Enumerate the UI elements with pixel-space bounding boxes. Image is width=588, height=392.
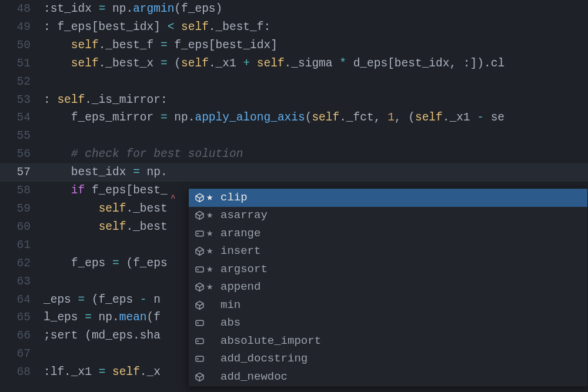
code-content[interactable]: :st_idx = np.argmin(f_eps) [44,0,588,18]
svg-rect-6 [196,339,203,344]
autocomplete-item[interactable]: ★arange [189,225,587,243]
svg-point-9 [197,358,199,360]
line-number: 61 [0,236,44,254]
error-squiggle: ^ [171,189,175,207]
autocomplete-label: clip [218,189,248,207]
code-line[interactable]: 55 [0,127,588,145]
code-line[interactable]: 53: self._is_mirror: [0,91,588,109]
module-icon [192,300,206,310]
module-icon [192,246,206,256]
code-content[interactable]: : self._is_mirror: [44,91,588,109]
autocomplete-item[interactable]: abs [189,314,587,333]
code-line[interactable]: 54 f_eps_mirror = np.apply_along_axis(se… [0,109,588,127]
line-number: 59 [0,200,44,218]
module-icon [192,193,206,203]
svg-rect-2 [196,267,203,272]
line-number: 57 [0,163,44,182]
variable-icon [192,264,206,274]
code-line[interactable]: 48:st_idx = np.argmin(f_eps) [0,0,588,18]
line-number: 52 [0,73,44,91]
line-number: 54 [0,109,44,127]
variable-icon [192,229,206,239]
autocomplete-label: abs [218,314,240,332]
line-number: 55 [0,127,44,145]
star-icon: ★ [206,260,218,279]
autocomplete-item[interactable]: ★append [189,279,587,297]
line-number: 48 [0,0,44,18]
code-content[interactable] [44,127,588,145]
line-number: 51 [0,55,44,73]
code-line[interactable]: 56 # check for best solution [0,145,588,163]
code-editor[interactable]: 48:st_idx = np.argmin(f_eps)49: f_eps[be… [0,0,588,392]
autocomplete-label: append [218,278,260,296]
line-number: 63 [0,273,44,291]
star-icon: ★ [206,242,218,260]
star-icon: ★ [206,278,218,296]
autocomplete-label: argsort [218,260,268,279]
code-content[interactable]: f_eps_mirror = np.apply_along_axis(self.… [44,109,588,127]
line-number: 56 [0,145,44,163]
line-number: 65 [0,309,44,327]
autocomplete-label: insert [218,242,260,260]
svg-point-1 [197,233,199,234]
line-number: 64 [0,291,44,309]
line-number: 58 [0,182,44,200]
line-number: 66 [0,327,44,345]
line-number: 50 [0,36,44,55]
autocomplete-label: absolute_import [218,332,321,350]
code-line[interactable]: 57 best_idx = np. [0,163,588,182]
autocomplete-item[interactable]: ★insert [189,243,587,261]
autocomplete-popup[interactable]: ★clip★asarray★arange★insert★argsort★appe… [188,188,588,387]
line-number: 53 [0,91,44,109]
autocomplete-label: arange [218,225,260,243]
autocomplete-item[interactable]: ★clip [189,189,587,207]
code-line[interactable]: 50 self._best_f = f_eps[best_idx] [0,36,588,55]
line-number: 49 [0,18,44,36]
variable-icon [192,318,206,328]
code-content[interactable]: : f_eps[best_idx] < self._best_f: [44,18,588,36]
star-icon: ★ [206,189,218,207]
code-content[interactable]: # check for best solution [44,145,588,163]
autocomplete-item[interactable]: absolute_import [189,332,587,350]
line-number: 68 [0,363,44,381]
line-number: 62 [0,254,44,273]
code-content[interactable]: best_idx = np. [44,163,588,182]
variable-icon [192,354,206,364]
star-icon: ★ [206,206,218,225]
code-line[interactable]: 52 [0,73,588,91]
variable-icon [192,336,206,346]
svg-point-3 [197,269,199,270]
autocomplete-label: add_newdoc [218,368,288,386]
autocomplete-label: min [218,296,240,314]
svg-rect-0 [196,231,203,236]
autocomplete-item[interactable]: ★argsort [189,260,587,279]
autocomplete-item[interactable]: min [189,296,587,314]
module-icon [192,372,206,382]
autocomplete-label: asarray [218,206,268,225]
code-line[interactable]: 49: f_eps[best_idx] < self._best_f: [0,18,588,36]
module-icon [192,282,206,292]
module-icon [192,210,206,220]
code-content[interactable] [44,73,588,91]
autocomplete-item[interactable]: ★asarray [189,207,587,225]
svg-rect-8 [196,357,203,362]
code-content[interactable]: self._best_f = f_eps[best_idx] [44,36,588,55]
svg-point-7 [197,340,199,342]
autocomplete-item[interactable]: add_newdoc [189,368,587,386]
svg-point-5 [197,322,199,324]
star-icon: ★ [206,225,218,243]
svg-rect-4 [196,321,203,326]
autocomplete-label: add_docstring [218,350,308,368]
line-number: 67 [0,345,44,363]
code-content[interactable]: self._best_x = (self._x1 + self._sigma *… [44,55,588,73]
autocomplete-item[interactable]: add_docstring [189,350,587,368]
line-number: 60 [0,218,44,236]
code-line[interactable]: 51 self._best_x = (self._x1 + self._sigm… [0,55,588,73]
